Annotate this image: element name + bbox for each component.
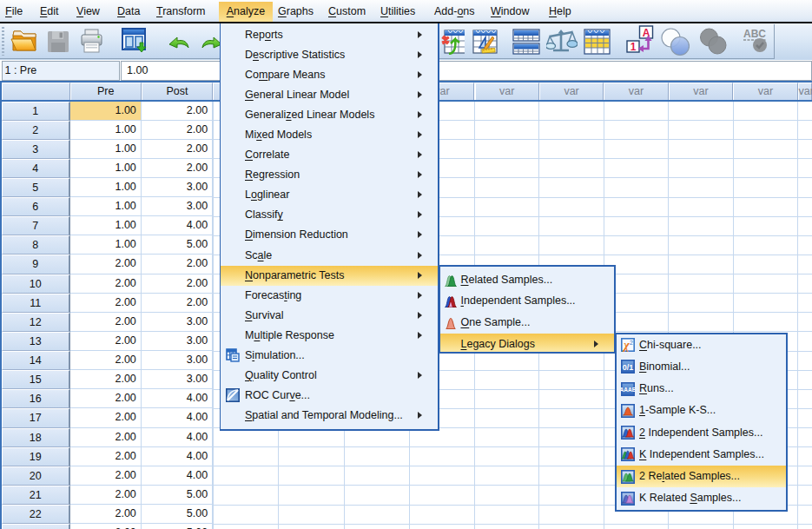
svg-text:AAAB: AAAB [621,387,635,393]
svg-text:ABC: ABC [743,28,766,40]
svg-text:1: 1 [630,41,637,53]
svg-text:2: 2 [630,340,633,346]
svg-text:χ: χ [622,339,630,352]
svg-text:0/1: 0/1 [623,363,634,372]
